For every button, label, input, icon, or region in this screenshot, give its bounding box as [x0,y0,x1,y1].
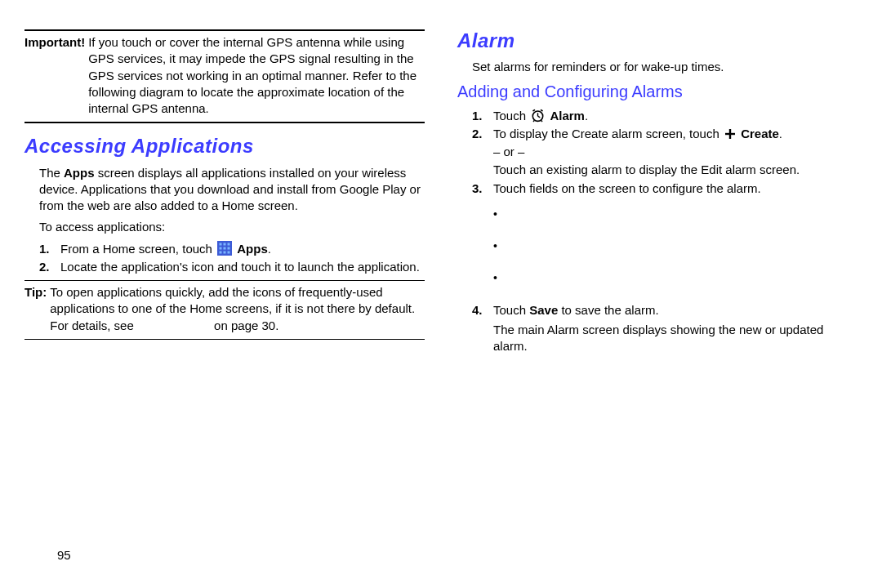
svg-rect-8 [224,251,226,253]
important-note: Important! If you touch or cover the int… [24,34,425,117]
or-divider: – or – [493,144,858,160]
alarm-steps-list-2: 4. Touch Save to save the alarm. The mai… [457,302,858,355]
apps-intro-paragraph: The Apps screen displays all application… [24,165,425,215]
svg-rect-5 [224,247,226,249]
important-text: If you touch or cover the internal GPS a… [88,34,425,117]
text: . [268,242,271,256]
svg-rect-2 [224,243,226,245]
step-number: 1. [39,241,60,257]
svg-rect-1 [220,243,222,245]
step-body: From a Home screen, touch Apps. [60,241,425,257]
step-item: 4. Touch Save to save the alarm. The mai… [472,302,858,355]
section-heading-accessing-applications: Accessing Applications [24,133,425,159]
divider [24,122,425,123]
svg-rect-6 [228,247,230,249]
text: on page 30. [214,318,278,332]
tip-text: To open applications quickly, add the ic… [50,284,425,334]
important-label: Important! [24,34,85,117]
step-item: 2. To display the Create alarm screen, t… [472,126,858,179]
access-label: To access applications: [24,219,425,235]
step-body: Touch Alarm. [493,108,858,124]
step-body: Locate the application's icon and touch … [60,259,425,275]
step4-second: The main Alarm screen displays showing t… [493,322,858,355]
step-item: 3. Touch fields on the screen to configu… [472,180,858,197]
svg-rect-9 [228,251,230,253]
step-body: To display the Create alarm screen, touc… [493,126,858,179]
text: . [779,127,782,140]
text: Touch [493,109,529,122]
svg-line-13 [533,109,536,111]
step-number: 2. [472,126,493,179]
step2-alt: Touch an existing alarm to display the E… [493,162,858,178]
plus-icon [724,127,736,139]
bullet-dot-icon: • [493,270,514,286]
step-item: 2. Locate the application's icon and tou… [39,259,425,275]
step-number: 1. [472,108,493,124]
right-column: Alarm Set alarms for reminders or for wa… [457,24,858,359]
apps-bold: Apps [237,242,268,256]
empty-bullets: • • • [457,207,858,286]
text: to save the alarm. [558,303,658,317]
create-bold: Create [741,127,779,140]
text: The [39,166,64,180]
step-number: 2. [39,259,60,275]
alarm-intro: Set alarms for reminders or for wake-up … [457,59,858,75]
alarm-bold: Alarm [550,109,585,122]
bullet-dot-icon: • [493,238,514,254]
manual-page: Important! If you touch or cover the int… [0,0,882,368]
svg-line-16 [541,120,542,122]
divider [24,339,425,340]
text: To display the Create alarm screen, touc… [493,127,723,140]
apps-bold: Apps [64,166,95,180]
subsection-heading-adding-alarms: Adding and Configuring Alarms [457,81,858,103]
text: Touch [493,303,529,317]
svg-line-15 [533,120,534,122]
save-bold: Save [529,303,558,317]
tip-note: Tip: To open applications quickly, add t… [24,284,425,334]
divider [24,29,425,31]
step-number: 3. [472,180,493,197]
step-body: Touch Save to save the alarm. The main A… [493,302,858,355]
tip-label: Tip: [24,284,47,334]
bullet-item: • [493,270,858,286]
bullet-dot-icon: • [493,207,514,222]
svg-rect-3 [228,243,230,245]
svg-rect-4 [220,247,222,249]
step-item: 1. From a Home screen, touch [39,241,425,257]
bullet-item: • [493,207,858,222]
alarm-clock-icon [531,109,545,122]
text: . [585,109,588,122]
step-number: 4. [472,302,493,355]
access-steps-list: 1. From a Home screen, touch [24,241,425,276]
bullet-item: • [493,238,858,254]
step-item: 1. Touch Alarm. [472,108,858,124]
svg-rect-7 [220,251,222,253]
svg-line-12 [538,116,541,118]
apps-grid-icon [217,241,232,256]
svg-line-14 [541,109,543,111]
left-column: Important! If you touch or cover the int… [24,24,425,359]
step-body: Touch fields on the screen to configure … [493,180,858,197]
alarm-steps-list: 1. Touch Alarm. [457,108,858,197]
text: From a Home screen, touch [60,242,216,256]
section-heading-alarm: Alarm [457,28,858,54]
text: screen displays all applications install… [39,166,421,213]
divider [24,280,425,281]
page-number: 95 [57,547,71,564]
